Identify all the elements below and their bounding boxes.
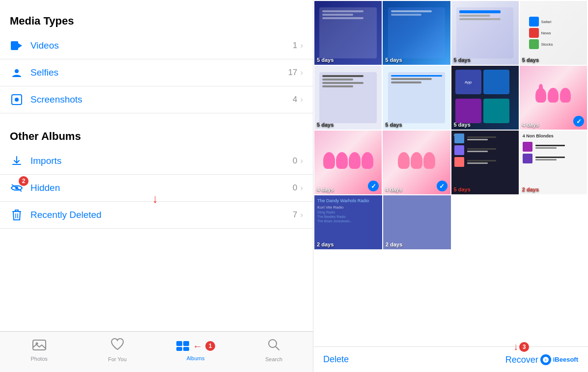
screenshots-count: 4 — [293, 95, 297, 105]
delete-button[interactable]: Delete — [323, 354, 349, 365]
svg-rect-14 — [176, 347, 182, 351]
videos-chevron: › — [300, 41, 303, 51]
grid-row-4: The Dandy Warhols Radio Kurt Vile Radio … — [314, 195, 587, 249]
badge-1: 1 — [205, 341, 215, 351]
imports-count: 0 — [293, 156, 297, 166]
left-panel: Media Types Videos 1 › Selfies 17 — [0, 0, 313, 372]
tab-photos-label: Photos — [31, 356, 48, 362]
svg-rect-12 — [176, 341, 182, 346]
tab-search[interactable]: Search — [254, 338, 293, 362]
svg-rect-0 — [11, 41, 18, 50]
sidebar-item-selfies[interactable]: Selfies 17 › — [0, 59, 313, 86]
cell-label-3: 5 days — [454, 57, 471, 63]
annotation-arrow-2: ↓ — [152, 192, 158, 206]
albums-tab-icon — [176, 339, 190, 353]
tab-photos[interactable]: Photos — [20, 339, 59, 362]
cell-label-9: 4 days — [317, 186, 334, 192]
svg-text:i: i — [545, 358, 546, 362]
annotation-arrow-1: ← — [193, 341, 202, 352]
recently-deleted-chevron: › — [300, 210, 303, 220]
grid-row-2: 5 days 5 days App — [314, 66, 587, 130]
screenshots-label: Screenshots — [30, 94, 293, 105]
grid-cell-5[interactable]: 5 days — [314, 66, 382, 130]
annotation-arrow-3: ↓ — [513, 341, 518, 352]
recently-deleted-label: Recently Deleted — [30, 210, 293, 220]
screenshots-icon — [10, 93, 24, 106]
photos-tab-icon — [32, 339, 46, 354]
tab-albums[interactable]: ← 1 Albums — [176, 339, 215, 361]
cell-label-14: 2 days — [386, 241, 402, 247]
grid-cell-14[interactable]: 2 days — [383, 195, 451, 249]
grid-cell-3[interactable]: 5 days — [451, 1, 519, 65]
sidebar-item-screenshots[interactable]: Screenshots 4 › — [0, 86, 313, 113]
cell-label-11: 5 days — [454, 186, 471, 192]
hidden-count: 0 — [293, 183, 297, 193]
right-panel: 5 days 5 days — [313, 0, 588, 372]
sidebar-item-imports[interactable]: Imports 0 › — [0, 148, 313, 175]
for-you-tab-icon — [111, 338, 124, 354]
grid-cell-8[interactable]: ✓ 4 days — [520, 66, 587, 130]
videos-label: Videos — [30, 40, 293, 51]
videos-count: 1 — [293, 41, 297, 51]
cell-label-6: 5 days — [385, 122, 402, 128]
cell-label-10: 4 days — [385, 186, 402, 192]
cell-label-5: 5 days — [317, 122, 334, 128]
selfies-chevron: › — [300, 68, 303, 78]
recently-deleted-count: 7 — [293, 210, 297, 220]
svg-rect-7 — [12, 211, 21, 212]
cell-label-7: 5 days — [454, 122, 471, 128]
tab-albums-label: Albums — [187, 355, 205, 361]
screenshots-chevron: › — [300, 95, 303, 105]
photo-grid: 5 days 5 days — [313, 0, 588, 346]
ibeesoft-text: iBeesoft — [553, 356, 578, 363]
sidebar-item-recently-deleted[interactable]: ↓ Recently Deleted 7 › — [0, 202, 313, 229]
sidebar-item-videos[interactable]: Videos 1 › — [0, 32, 313, 59]
cell-label-2: 5 days — [385, 57, 402, 63]
cell-check-10: ✓ — [437, 181, 448, 191]
hidden-chevron: › — [300, 183, 303, 193]
selfies-count: 17 — [288, 68, 297, 78]
selfies-label: Selfies — [30, 67, 288, 78]
bottom-bar: Delete ↓ 3 Recover i iBeesoft — [313, 346, 588, 372]
svg-line-17 — [276, 346, 279, 350]
grid-cell-1[interactable]: 5 days — [314, 1, 382, 65]
hidden-label: Hidden — [30, 183, 293, 193]
badge-2: 2 — [19, 176, 28, 186]
grid-cell-2[interactable]: 5 days — [383, 1, 450, 65]
selfies-icon — [10, 66, 24, 80]
grid-cell-4[interactable]: Safari News Stocks 5 days — [520, 1, 587, 65]
albums-tab-with-arrow: ← 1 — [176, 339, 215, 353]
ibeesoft-logo: i — [540, 354, 551, 365]
grid-row-3: ✓ 4 days ✓ 4 days ♪ — [314, 131, 587, 194]
badge-3: 3 — [519, 342, 529, 352]
grid-row-1: 5 days 5 days — [314, 1, 587, 65]
svg-point-4 — [15, 98, 19, 102]
recover-container: Recover i iBeesoft — [505, 354, 578, 365]
recover-button[interactable]: Recover — [505, 355, 538, 365]
grid-cell-11[interactable]: ♪ — [451, 131, 519, 194]
left-content: Media Types Videos 1 › Selfies 17 — [0, 0, 313, 331]
svg-point-2 — [15, 69, 19, 73]
grid-cell-15 — [452, 195, 588, 249]
imports-icon — [10, 154, 24, 168]
svg-rect-15 — [183, 347, 189, 351]
trash-icon — [10, 208, 24, 222]
media-types-title: Media Types — [0, 10, 313, 32]
tab-search-label: Search — [265, 356, 282, 362]
cell-label-8: 4 days — [522, 122, 539, 128]
grid-cell-10[interactable]: ✓ 4 days — [383, 131, 450, 194]
svg-rect-10 — [33, 340, 46, 350]
grid-cell-6[interactable]: 5 days — [383, 66, 450, 130]
tab-for-you[interactable]: For You — [98, 338, 137, 362]
other-albums-title: Other Albums — [0, 125, 313, 148]
cell-label-12: 2 days — [522, 186, 539, 192]
grid-cell-9[interactable]: ✓ 4 days — [314, 131, 382, 194]
cell-label-4: 5 days — [522, 57, 539, 63]
svg-marker-1 — [18, 43, 22, 48]
grid-cell-7[interactable]: App 5 days — [451, 66, 519, 130]
grid-cell-13[interactable]: The Dandy Warhols Radio Kurt Vile Radio … — [314, 195, 382, 249]
tab-for-you-label: For You — [108, 356, 127, 362]
cell-label-13: 2 days — [317, 241, 334, 247]
eye-slash-icon: 2 — [10, 181, 24, 195]
grid-cell-12[interactable]: 4 Non Blondes — [520, 131, 587, 194]
